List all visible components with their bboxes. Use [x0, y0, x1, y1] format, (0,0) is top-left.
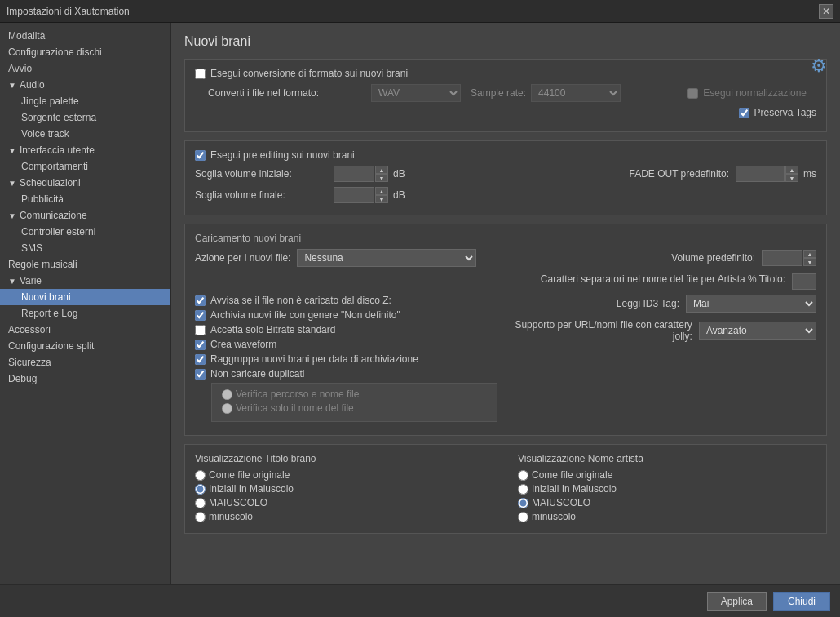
sidebar-item-pubblicita[interactable]: Pubblicità: [0, 191, 170, 207]
sidebar-item-regole-musicali[interactable]: Regole musicali: [0, 256, 170, 273]
volume-label: Volume predefinito:: [671, 252, 755, 264]
raggruppa-label: Raggruppa nuovi brani per data di archiv…: [210, 353, 418, 365]
viz-brano-maiuscolo-label: MAIUSCOLO: [209, 497, 267, 508]
sidebar-item-modalita[interactable]: Modalità: [0, 28, 170, 44]
viz-artista-maiuscolo-label: MAIUSCOLO: [532, 497, 590, 508]
crea-label: Crea waveform: [210, 339, 276, 350]
sidebar-item-sicurezza[interactable]: Sicurezza: [0, 354, 170, 371]
convert-label: Converti i file nel formato:: [208, 87, 371, 99]
soglia-final-down[interactable]: ▼: [375, 195, 388, 203]
fade-out-input[interactable]: 1000: [736, 166, 785, 182]
non-caricar-label: Non caricare duplicati: [210, 368, 304, 380]
leggi-select[interactable]: Mai: [686, 295, 816, 313]
viz-artista-iniziali-radio[interactable]: [518, 484, 528, 495]
sidebar-item-accessori[interactable]: Accessori: [0, 322, 170, 338]
viz-brano-minuscolo-radio[interactable]: [195, 512, 206, 522]
sidebar-item-avvio[interactable]: Avvio: [0, 60, 170, 77]
viz-brano-title: Visualizzazione Titolo brano: [195, 453, 493, 464]
char-sep-input[interactable]: -: [792, 273, 816, 290]
soglia-final-unit: dB: [393, 189, 405, 201]
sample-rate-select[interactable]: 44100: [531, 84, 621, 102]
sample-rate-label: Sample rate:: [471, 87, 526, 99]
fade-out-unit: ms: [803, 168, 816, 180]
sidebar-item-schedulazioni[interactable]: ▼Schedulazioni: [0, 175, 170, 191]
verifica-percorso-label: Verifica percorso e nome file: [236, 388, 359, 400]
gear-icon: ⚙: [811, 55, 827, 77]
pre-edit-section: Esegui pre editing sui nuovi brani Sogli…: [184, 140, 827, 215]
raggruppa-check[interactable]: [195, 354, 206, 365]
supporto-select[interactable]: Avanzato: [699, 322, 816, 340]
viz-artista-original-radio[interactable]: [518, 470, 528, 481]
soglia-iniz-up[interactable]: ▲: [375, 166, 388, 174]
soglia-final-input[interactable]: -20: [334, 187, 374, 203]
normalizzazione-check[interactable]: [687, 88, 698, 99]
sidebar-item-comunicazione[interactable]: ▼Comunicazione: [0, 207, 170, 224]
fade-out-up[interactable]: ▲: [785, 166, 798, 174]
viz-artista-minuscolo-label: minuscolo: [532, 511, 576, 522]
duplicate-box: Verifica percorso e nome file Verifica s…: [211, 383, 497, 422]
soglia-iniz-input[interactable]: -20: [334, 166, 374, 182]
viz-artista-col: Visualizzazione Nome artista Come file o…: [518, 453, 816, 525]
archivia-check[interactable]: [195, 310, 206, 321]
sidebar-item-sms[interactable]: SMS: [0, 240, 170, 256]
sidebar-item-jingle-palette[interactable]: Jingle palette: [0, 93, 170, 109]
volume-up[interactable]: ▲: [803, 250, 816, 258]
format-check[interactable]: [195, 69, 206, 79]
viz-artista-original-label: Come file originale: [532, 469, 612, 481]
title-bar: Impostazioni di Xautomation ✕: [0, 0, 840, 23]
verifica-solo-radio[interactable]: [222, 403, 232, 414]
content-area: Nuovi brani Esegui conversione di format…: [171, 23, 840, 584]
load-section: Caricamento nuovi brani Azione per i nuo…: [184, 224, 827, 436]
volume-down[interactable]: ▼: [803, 258, 816, 266]
viz-brano-col: Visualizzazione Titolo brano Come file o…: [195, 453, 493, 525]
sidebar-item-interfaccia-utente[interactable]: ▼Interfaccia utente: [0, 142, 170, 158]
soglia-iniz-down[interactable]: ▼: [375, 174, 388, 182]
viz-brano-maiuscolo-radio[interactable]: [195, 498, 206, 508]
verifica-percorso-radio[interactable]: [222, 389, 232, 400]
non-caricar-check[interactable]: [195, 369, 206, 380]
soglia-final-up[interactable]: ▲: [375, 187, 388, 195]
preserva-tags-check[interactable]: [739, 108, 749, 118]
fade-out-down[interactable]: ▼: [785, 174, 798, 182]
sidebar-item-comportamenti[interactable]: Comportamenti: [0, 158, 170, 175]
pre-edit-check-label: Esegui pre editing sui nuovi brani: [210, 149, 355, 161]
format-select[interactable]: WAV: [371, 84, 461, 102]
leggi-label: Leggi ID3 Tag:: [617, 298, 679, 309]
close-button[interactable]: ✕: [819, 4, 833, 19]
sidebar-item-sorgente-esterna[interactable]: Sorgente esterna: [0, 109, 170, 126]
format-check-label: Esegui conversione di formato sui nuovi …: [210, 68, 408, 79]
supporto-label: Supporto per URL/nomi file con carattery…: [514, 319, 692, 342]
title-bar-title: Impostazioni di Xautomation: [7, 6, 130, 17]
sidebar-item-config-split[interactable]: Configurazione split: [0, 338, 170, 354]
sidebar-item-report-log[interactable]: Report e Log: [0, 305, 170, 322]
viz-artista-maiuscolo-radio[interactable]: [518, 498, 528, 508]
viz-brano-iniziali-radio[interactable]: [195, 484, 206, 495]
crea-check[interactable]: [195, 340, 206, 350]
viz-artista-iniziali-label: Iniziali In Maiuscolo: [532, 483, 617, 495]
viz-brano-minuscolo-label: minuscolo: [209, 511, 253, 522]
sidebar-item-audio[interactable]: ▼Audio: [0, 77, 170, 93]
volume-input[interactable]: 180: [762, 250, 802, 266]
sidebar-item-config-dischi[interactable]: Configurazione dischi: [0, 44, 170, 60]
soglia-iniz-unit: dB: [393, 168, 405, 180]
viz-artista-title: Visualizzazione Nome artista: [518, 453, 816, 464]
verifica-solo-label: Verifica solo il nome del file: [236, 402, 354, 414]
viz-artista-minuscolo-radio[interactable]: [518, 512, 528, 522]
sidebar-item-debug[interactable]: Debug: [0, 371, 170, 387]
close-button-bottom[interactable]: Chiudi: [773, 592, 830, 611]
avvisa-check[interactable]: [195, 295, 206, 306]
pre-edit-check[interactable]: [195, 150, 206, 161]
viz-section: Visualizzazione Titolo brano Come file o…: [184, 444, 827, 534]
sidebar-item-nuovi-brani[interactable]: Nuovi brani: [0, 289, 170, 305]
page-title: Nuovi brani: [184, 34, 827, 49]
apply-button[interactable]: Applica: [707, 592, 767, 611]
accetta-check[interactable]: [195, 325, 206, 335]
sidebar-item-varie[interactable]: ▼Varie: [0, 273, 170, 289]
viz-brano-original-label: Come file originale: [209, 469, 290, 481]
azione-select[interactable]: Nessuna: [297, 249, 476, 267]
preserva-tags-label: Preserva Tags: [754, 107, 816, 118]
viz-brano-original-radio[interactable]: [195, 470, 206, 481]
accetta-label: Accetta solo Bitrate standard: [210, 324, 335, 335]
sidebar-item-voice-track[interactable]: Voice track: [0, 126, 170, 142]
sidebar-item-controller-esterni[interactable]: Controller esterni: [0, 224, 170, 240]
